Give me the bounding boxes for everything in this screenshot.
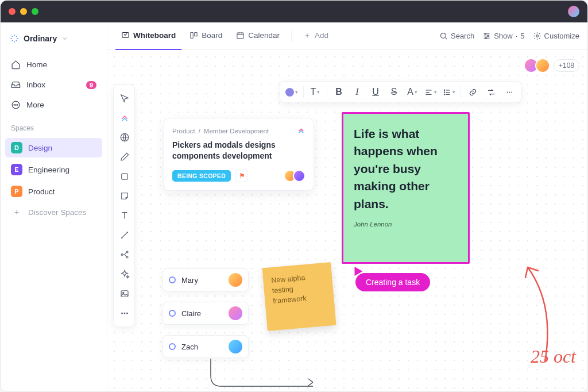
- tool-connector[interactable]: [114, 225, 136, 245]
- person-name: Claire: [181, 309, 201, 318]
- space-engineering[interactable]: E Engineering: [5, 160, 102, 179]
- nav-inbox[interactable]: Inbox 9: [5, 76, 102, 94]
- workspace-switcher[interactable]: Ordinary: [5, 30, 102, 47]
- divider: [291, 30, 292, 42]
- list-button[interactable]: ▾: [440, 83, 458, 101]
- current-user-avatar[interactable]: [568, 6, 579, 17]
- italic-button[interactable]: I: [348, 83, 366, 101]
- space-badge: E: [11, 164, 22, 175]
- connector-arrow-icon: [205, 357, 326, 391]
- search-label: Search: [451, 32, 474, 40]
- strike-button[interactable]: S: [385, 83, 403, 101]
- more-icon: [11, 100, 21, 110]
- svg-point-16: [126, 251, 128, 253]
- tab-whiteboard[interactable]: Whiteboard: [115, 22, 181, 50]
- align-button[interactable]: ▾: [421, 83, 440, 101]
- task-footer: BEING SCOPED ⚑: [172, 170, 305, 182]
- tool-pen[interactable]: [114, 147, 136, 167]
- text-format-toolbar: ▾ T▾ B I U S A▾ ▾ ▾: [280, 81, 521, 103]
- tool-mindmap[interactable]: [114, 245, 136, 264]
- add-view-button[interactable]: ＋ Add: [297, 22, 334, 50]
- customize-label: Customize: [544, 32, 579, 40]
- fill-color-button[interactable]: ▾: [283, 83, 301, 101]
- maximize-window-icon[interactable]: [32, 8, 38, 15]
- main: Ordinary Home Inbox 9 More Spaces D Desi…: [1, 22, 587, 391]
- titlebar: [1, 1, 587, 22]
- space-design[interactable]: D Design: [5, 138, 102, 157]
- text-style-button[interactable]: T▾: [306, 83, 324, 101]
- home-icon: [11, 60, 21, 70]
- nav-more[interactable]: More: [5, 96, 102, 114]
- sidebar: Ordinary Home Inbox 9 More Spaces D Desi…: [1, 22, 107, 391]
- tool-web[interactable]: [114, 128, 136, 147]
- task-item-claire[interactable]: Claire: [163, 302, 249, 325]
- window-controls: [9, 8, 38, 15]
- bold-button[interactable]: B: [330, 83, 348, 101]
- priority-flag-icon[interactable]: ⚑: [235, 170, 248, 182]
- svg-point-1: [14, 105, 14, 105]
- space-label: Design: [28, 144, 52, 152]
- whiteboard-canvas[interactable]: +108 ▾ T▾ B I U S A▾ ▾ ▾: [107, 50, 587, 391]
- nav-label: More: [26, 101, 44, 109]
- avatar: [229, 306, 242, 320]
- plus-icon: +: [11, 207, 22, 217]
- space-badge: D: [11, 142, 22, 153]
- workspace-logo-icon: [10, 34, 19, 43]
- person-name: Mary: [181, 276, 198, 285]
- task-card[interactable]: Product / Member Development Pickers ad …: [164, 118, 314, 191]
- view-actions: Search Show · 5 Customize: [439, 32, 579, 40]
- search-icon: [439, 32, 448, 40]
- assignee-avatars[interactable]: [287, 170, 305, 182]
- svg-rect-7: [237, 33, 243, 39]
- svg-rect-5: [191, 33, 193, 39]
- search-button[interactable]: Search: [439, 32, 474, 40]
- sliders-icon: [482, 32, 491, 40]
- task-item-zach[interactable]: Zach: [163, 335, 249, 358]
- crumb-sep: /: [199, 128, 200, 134]
- tool-more[interactable]: [114, 303, 136, 323]
- svg-point-26: [506, 91, 508, 93]
- tool-ai[interactable]: [114, 264, 136, 284]
- discover-label: Discover Spaces: [28, 208, 86, 217]
- svg-point-21: [124, 313, 125, 314]
- tab-calendar[interactable]: Calendar: [230, 22, 285, 50]
- space-product[interactable]: P Product: [5, 182, 102, 201]
- nav-home[interactable]: Home: [5, 56, 102, 74]
- close-window-icon[interactable]: [9, 8, 16, 15]
- text-color-button[interactable]: A▾: [403, 83, 421, 101]
- more-format-button[interactable]: [500, 83, 519, 101]
- tab-board[interactable]: Board: [184, 22, 228, 50]
- minimize-window-icon[interactable]: [20, 8, 27, 15]
- crumb-list[interactable]: Member Development: [204, 128, 269, 134]
- svg-rect-18: [121, 291, 128, 297]
- show-button[interactable]: Show · 5: [482, 32, 524, 40]
- underline-button[interactable]: U: [366, 83, 385, 101]
- task-item-mary[interactable]: Mary: [163, 268, 249, 291]
- tool-sticky[interactable]: [114, 186, 136, 206]
- person-name: Zach: [181, 343, 198, 351]
- tool-image[interactable]: [114, 284, 136, 303]
- sticky-note[interactable]: New alpha testing framework: [262, 262, 336, 331]
- crumb-space[interactable]: Product: [172, 128, 195, 134]
- convert-button[interactable]: [482, 83, 500, 101]
- spaces-section-label: Spaces: [5, 116, 102, 136]
- whiteboard-icon: [121, 31, 130, 40]
- tool-select[interactable]: [114, 89, 136, 108]
- tool-shape[interactable]: [114, 167, 136, 186]
- workspace-name: Ordinary: [24, 34, 57, 43]
- quote-card[interactable]: Life is what happens when you're busy ma…: [342, 112, 470, 264]
- customize-button[interactable]: Customize: [533, 32, 579, 40]
- link-button[interactable]: [463, 83, 482, 101]
- tool-clickup[interactable]: [114, 108, 136, 128]
- discover-spaces[interactable]: + Discover Spaces: [5, 203, 102, 221]
- avatar: [535, 58, 550, 73]
- collaborator-avatars[interactable]: +108: [527, 58, 579, 73]
- svg-point-20: [121, 313, 122, 314]
- show-label: Show: [494, 32, 513, 40]
- status-badge[interactable]: BEING SCOPED: [172, 170, 231, 182]
- divider: [327, 86, 327, 98]
- tool-text[interactable]: [114, 206, 136, 225]
- avatar-overflow[interactable]: +108: [554, 59, 579, 72]
- svg-point-3: [17, 105, 18, 105]
- remote-cursor-label: Creating a task: [355, 273, 430, 291]
